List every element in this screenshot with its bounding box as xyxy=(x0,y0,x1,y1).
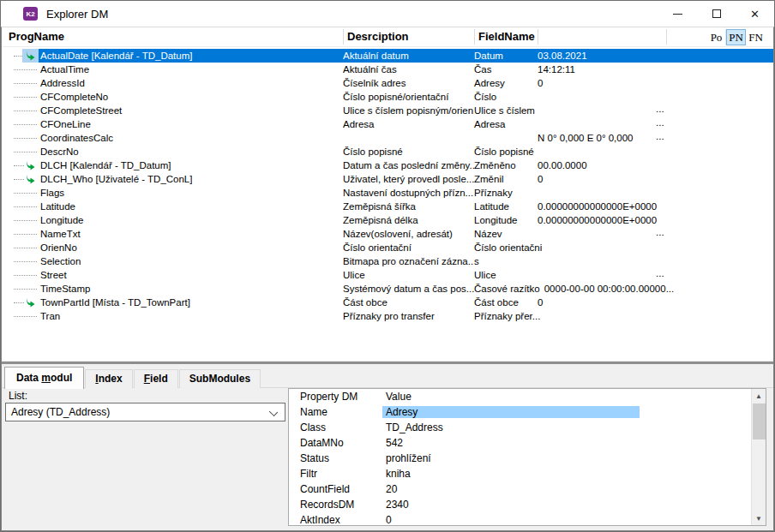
tree-row[interactable]: DLCH_Who [Uživatelé - TD_ConL]Uživatel, … xyxy=(2,172,773,186)
tree-row[interactable]: StreetUliceUlice... xyxy=(2,268,773,282)
tree-cell-description: Zeměpisná šířka xyxy=(343,201,474,212)
tree-row[interactable]: FlagsNastavení dostupných přízn...Přízna… xyxy=(2,186,773,200)
column-separator[interactable] xyxy=(666,29,667,45)
tree-row[interactable]: DLCH [Kalendář - TD_Datum]Datum a čas po… xyxy=(2,158,773,172)
tree-cell-progname: DLCH_Who [Uživatelé - TD_ConL] xyxy=(39,174,343,184)
tree-branch-line xyxy=(14,111,37,111)
tree-row[interactable]: DescrNoČíslo popisnéČíslo popisné xyxy=(2,145,773,158)
tree-row-gutter xyxy=(2,200,39,213)
property-row[interactable]: Statusprohlížení xyxy=(289,451,766,466)
view-toggle-fn[interactable]: FN xyxy=(746,29,766,45)
tree-cell-description: Číslo popisné/orientační xyxy=(343,92,474,102)
column-separator[interactable] xyxy=(343,29,344,45)
client-area: ProgName Desrciption FieldName PoPNFN Ac… xyxy=(1,27,774,531)
k2-app-icon: K2 xyxy=(23,7,38,21)
tree-branch-line xyxy=(14,179,24,180)
tree-row-gutter xyxy=(2,49,39,63)
tree-cell-value: 0 xyxy=(538,174,543,184)
tree-row[interactable]: OrienNoČíslo orientačníČíslo orientačni xyxy=(2,241,773,254)
tree-branch-line xyxy=(14,316,37,317)
tree-cell-value: 0.00000000000000E+0000 xyxy=(538,201,657,212)
tree-cell-description: Číselník adres xyxy=(343,78,474,88)
tree-cell-progname: Latitude xyxy=(39,201,343,212)
tab-bar: Data modulIndexFieldSubModules xyxy=(4,368,773,388)
minimize-icon xyxy=(673,14,682,15)
tab-index[interactable]: Index xyxy=(85,369,132,388)
property-value: kniha xyxy=(382,468,414,480)
tree-row[interactable]: CFCompleteStreetUlice s číslem popisným/… xyxy=(2,104,773,117)
tree-cell-ellipsis: ... xyxy=(656,268,664,278)
maximize-button[interactable] xyxy=(697,1,736,27)
property-value: 20 xyxy=(382,483,400,495)
property-value: 0 xyxy=(382,514,395,526)
tree-cell-description: Ulice s číslem popisným/orien... xyxy=(343,105,474,116)
view-toggle-group: PoPNFN xyxy=(706,29,766,45)
tree-cell-fieldname: Ulice xyxy=(474,270,538,280)
tree-row[interactable]: ActualDate [Kalendář - TD_Datum]Aktuální… xyxy=(2,49,773,63)
property-column-header: Property DM xyxy=(300,391,382,403)
column-separator[interactable] xyxy=(474,29,475,45)
column-separator[interactable] xyxy=(538,29,538,45)
scroll-down-icon[interactable]: ▼ xyxy=(752,511,766,525)
tree-branch-line xyxy=(14,206,37,207)
property-grid-header: Property DM Value xyxy=(289,389,766,404)
view-toggle-po[interactable]: Po xyxy=(706,29,726,45)
tab-data-modul[interactable]: Data modul xyxy=(4,367,84,389)
tree-row-gutter xyxy=(2,254,39,268)
property-row[interactable]: DataMNo542 xyxy=(289,435,766,451)
property-row[interactable]: Filtrkniha xyxy=(289,466,766,481)
tree-row[interactable]: ActualTimeAktuální časČas14:12:11 xyxy=(2,63,773,76)
tree-cell-progname: TownPartId [Místa - TD_TownPart] xyxy=(39,297,343,308)
tree-row[interactable]: TranPříznaky pro transferPříznaky přer..… xyxy=(2,309,773,323)
property-grid-scrollbar[interactable]: ▲ ▼ xyxy=(751,389,766,525)
minimize-button[interactable] xyxy=(658,1,697,27)
list-label: List: xyxy=(9,390,27,402)
property-name: CountField xyxy=(300,483,382,495)
property-row[interactable]: RecordsDM2340 xyxy=(289,497,766,512)
tree-cell-fieldname: Adresy xyxy=(474,78,538,88)
tree-cell-description: Datum a čas poslední změny... xyxy=(343,160,474,170)
tree-rows-container: ActualDate [Kalendář - TD_Datum]Aktuální… xyxy=(2,49,773,323)
tree-cell-fieldname: Latitude xyxy=(474,201,538,212)
tree-row[interactable]: LatitudeZeměpisná šířkaLatitude0.0000000… xyxy=(2,200,773,213)
tree-cell-progname: TimeStamp xyxy=(39,284,343,294)
tree-cell-fieldname: Longitude xyxy=(474,215,538,225)
tree-branch-line xyxy=(14,275,37,276)
tree-cell-progname: Tran xyxy=(39,311,343,321)
property-name: DataMNo xyxy=(300,437,382,449)
close-button[interactable]: ✕ xyxy=(736,1,774,27)
property-row[interactable]: AktIndex0 xyxy=(289,512,766,526)
column-header-progname[interactable]: ProgName xyxy=(9,30,64,43)
scrollbar-thumb[interactable] xyxy=(753,403,766,439)
column-header-description[interactable]: Desrciption xyxy=(347,30,409,43)
column-header-fieldname[interactable]: FieldName xyxy=(478,30,535,43)
tree-cell-fieldname: Ulice s číslem xyxy=(474,105,539,116)
tree-row[interactable]: TimeStampSystémový datum a čas pos...Čas… xyxy=(2,282,773,296)
tree-cell-value: 0.00000000000000E+0000 xyxy=(538,215,657,225)
tree-cell-progname: NameTxt xyxy=(39,229,343,239)
tree-cell-value: 0 xyxy=(538,297,543,308)
tree-cell-progname: CFOneLine xyxy=(39,119,343,129)
tree-cell-fieldname: Příznaky přer... xyxy=(474,311,544,321)
tab-field[interactable]: Field xyxy=(134,369,178,388)
tree-branch-line xyxy=(14,165,24,166)
tab-submodules[interactable]: SubModules xyxy=(179,369,261,388)
tree-branch-line xyxy=(14,152,37,152)
tree-row[interactable]: TownPartId [Místa - TD_TownPart]Část obc… xyxy=(2,296,773,309)
scroll-up-icon[interactable]: ▲ xyxy=(752,389,766,403)
property-row[interactable]: ClassTD_Address xyxy=(289,420,766,435)
tree-row[interactable]: CFOneLineAdresaAdresa... xyxy=(2,117,773,131)
view-toggle-pn[interactable]: PN xyxy=(726,29,746,45)
tree-row[interactable]: LongitudeZeměpisná délkaLongitude0.00000… xyxy=(2,213,773,227)
property-row[interactable]: CountField20 xyxy=(289,481,766,497)
tree-row[interactable]: NameTxtNázev(oslovení, adresát)Název... xyxy=(2,227,773,241)
tree-cell-ellipsis: ... xyxy=(656,104,664,114)
property-row[interactable]: NameAdresy xyxy=(289,404,766,420)
tree-row[interactable]: CoordinatesCalcN 0° 0,000 E 0° 0,000... xyxy=(2,131,773,145)
tree-row[interactable]: AddressIdČíselník adresAdresy0 xyxy=(2,76,773,90)
list-combobox[interactable]: Adresy (TD_Address) xyxy=(5,403,285,421)
tree-row-gutter xyxy=(2,296,39,309)
tree-row[interactable]: SelectionBitmapa pro označení zázna...s xyxy=(2,254,773,268)
tree-cell-ellipsis: ... xyxy=(656,117,664,128)
tree-row[interactable]: CFCompleteNoČíslo popisné/orientačníČísl… xyxy=(2,90,773,104)
